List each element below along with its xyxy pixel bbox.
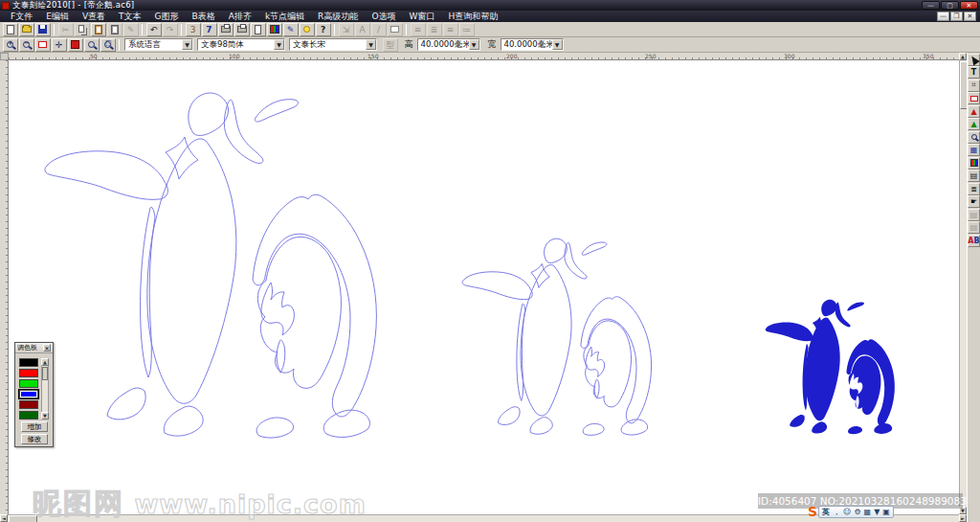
paste-icon[interactable] [91, 23, 106, 36]
undo-icon[interactable]: ↶ [146, 23, 162, 36]
menu-item-2[interactable]: V查看 [76, 11, 112, 22]
scroll-up-icon[interactable]: ▲ [41, 358, 49, 366]
maximize-button[interactable]: ▢ [941, 1, 959, 10]
color-swatch[interactable] [19, 400, 38, 409]
chevron-down-icon[interactable]: ▼ [182, 39, 192, 50]
ime-settings-icon[interactable]: ⚙ [854, 507, 860, 517]
child-close-button[interactable]: ✕ [964, 11, 976, 21]
window-title: 文泰刻绘2010[] - [帝企鹅.ac6] [12, 0, 134, 11]
save-file-icon[interactable] [35, 23, 51, 36]
scroll-up-icon[interactable]: ▲ [959, 53, 967, 60]
text-box-tool[interactable]: ≣ [968, 183, 980, 195]
child-minimize-button[interactable]: — [937, 11, 949, 21]
penguin-medium-outline [462, 238, 651, 435]
ime-emoji-icon[interactable]: ☺ [843, 507, 851, 517]
penguin-drawing[interactable] [9, 60, 959, 514]
table-tool[interactable]: ▦ [968, 144, 980, 156]
color-swatch[interactable] [19, 390, 38, 398]
color-swatch[interactable] [19, 379, 38, 388]
menu-item-0[interactable]: F文件 [4, 11, 39, 22]
node-edit-tool[interactable]: ⌗ [968, 79, 980, 92]
text-tool[interactable]: T [968, 66, 980, 79]
color-grid-icon[interactable] [267, 23, 282, 36]
minimize-button[interactable]: — [922, 1, 940, 10]
zoom-in-icon[interactable]: + [3, 38, 18, 52]
help-icon[interactable]: ? [316, 23, 331, 36]
ab-convert-tool[interactable]: AB [968, 235, 980, 247]
copy-icon [75, 23, 90, 36]
ruler-label: 250 [645, 53, 656, 59]
plot-output-icon[interactable]: 7 [202, 23, 217, 36]
select-tool[interactable] [968, 54, 980, 66]
color-swatch[interactable] [19, 358, 38, 367]
sogou-logo-icon[interactable]: S [808, 504, 817, 519]
menu-item-7[interactable]: k节点编辑 [258, 11, 311, 22]
scroll-left-icon[interactable]: ◄ [0, 514, 8, 522]
menu-item-8[interactable]: R高级功能 [311, 11, 365, 22]
palette-modify-button[interactable]: 修改 [21, 434, 48, 444]
pan-icon[interactable]: ✛ [52, 38, 67, 52]
vertical-scrollbar[interactable]: ▲ ▼ [959, 53, 967, 514]
font2-combobox[interactable]: 文泰长宋 ▼ [289, 38, 377, 51]
print-color-tool[interactable]: ▤ [968, 170, 980, 182]
zoom-out-icon[interactable]: − [19, 38, 34, 52]
text-attr-icon: A [355, 23, 370, 36]
chevron-down-icon[interactable]: ▼ [366, 39, 376, 50]
color-palette-tool[interactable] [968, 157, 980, 170]
zoom-rect-icon[interactable] [35, 38, 51, 52]
chevron-down-icon[interactable]: ▼ [552, 39, 563, 50]
draw-pencil-icon[interactable]: ✎ [283, 23, 299, 36]
palette-add-button[interactable]: 增加 [21, 421, 48, 432]
menu-item-5[interactable]: B表格 [186, 11, 222, 22]
hand-drag-tool[interactable]: ☛ [968, 195, 980, 208]
menu-item-4[interactable]: G图形 [148, 11, 186, 22]
scroll-down-icon[interactable]: ▼ [41, 412, 49, 420]
chevron-down-icon[interactable]: ▼ [274, 39, 284, 50]
palette-scrollbar[interactable]: ▲ ▼ [41, 358, 49, 420]
menu-item-10[interactable]: W窗口 [402, 11, 441, 22]
print-preview-icon[interactable] [251, 23, 266, 36]
width-label: 宽 [488, 38, 497, 51]
child-restore-button[interactable]: ❐ [950, 11, 963, 21]
new-file-icon[interactable] [3, 23, 18, 36]
scroll-right-icon[interactable]: ► [959, 514, 967, 522]
print-setup-icon[interactable] [234, 23, 250, 36]
title-bar: 文泰刻绘2010[] - [帝企鹅.ac6] — ▢ ✕ [0, 0, 980, 11]
frame-rect-tool[interactable] [968, 92, 980, 104]
ime-toolbox-icon[interactable]: ▣ [882, 507, 890, 517]
draw-red-shape-tool[interactable]: ▲ [968, 105, 980, 118]
watermark-nipic: 昵图网 www.nipic.com [33, 485, 367, 522]
zoom-page-icon[interactable] [84, 38, 100, 52]
language-combobox[interactable]: 系统语言 ▼ [124, 38, 193, 51]
ime-keyboard-icon[interactable]: ▦ [864, 507, 872, 517]
color-swatch[interactable] [19, 411, 38, 420]
palette-close-icon[interactable]: ✕ [43, 344, 51, 352]
menu-item-11[interactable]: H查询和帮助 [441, 11, 504, 22]
node-pen-icon [388, 23, 403, 36]
open-file-icon[interactable] [19, 23, 34, 36]
font-combobox[interactable]: 文泰98简体 ▼ [197, 38, 285, 51]
close-button[interactable]: ✕ [960, 1, 978, 10]
ime-punctuation-icon[interactable]: ， [833, 507, 840, 517]
color-swatch[interactable] [19, 369, 38, 377]
lightbulb-icon[interactable] [300, 23, 315, 36]
curve-output-icon[interactable]: 3 [186, 23, 201, 36]
menu-item-6[interactable]: A排齐 [222, 11, 258, 22]
ime-language-toggle[interactable]: 英 [822, 507, 830, 517]
chevron-down-icon[interactable]: ▼ [469, 39, 479, 50]
language-value: 系统语言 [125, 39, 182, 51]
palette-scroll-thumb[interactable] [42, 367, 48, 380]
zoom-selected-icon[interactable]: □ [100, 38, 116, 52]
height-value: 40.0000毫米 [418, 39, 469, 51]
print-icon[interactable] [218, 23, 234, 36]
width-combobox[interactable]: 40.0000毫米 ▼ [501, 38, 564, 51]
menu-item-3[interactable]: T文本 [112, 11, 148, 22]
drawing-canvas[interactable]: 调色板 ✕ ▲ ▼ 增加 修改 [9, 60, 959, 514]
draw-green-shape-tool[interactable]: ▲ [968, 118, 980, 130]
height-combobox[interactable]: 40.0000毫米 ▼ [417, 38, 480, 51]
zoom-object-tool[interactable] [968, 131, 980, 144]
menu-item-1[interactable]: E编辑 [39, 11, 76, 22]
fill-color-icon[interactable] [68, 38, 83, 52]
ime-skin-icon[interactable]: ▼ [874, 507, 880, 517]
menu-item-9[interactable]: O选项 [365, 11, 402, 22]
